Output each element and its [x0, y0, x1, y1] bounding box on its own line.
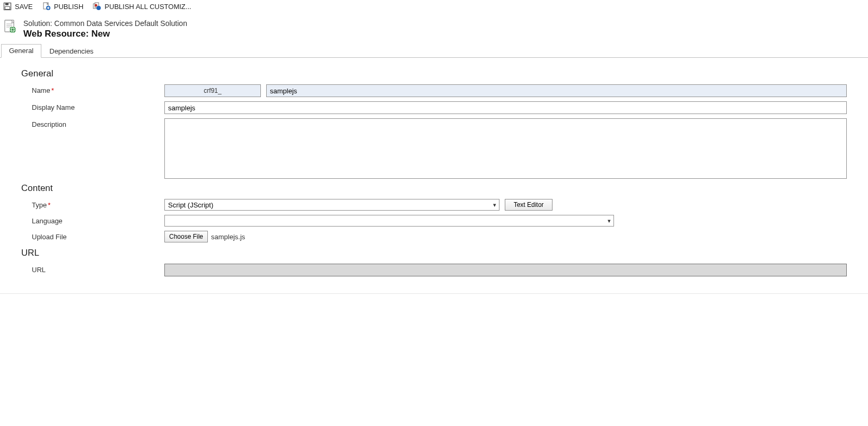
label-upload-file: Upload File [21, 231, 164, 241]
solution-name: Solution: Common Data Services Default S… [23, 19, 187, 28]
label-type: Type* [21, 199, 164, 209]
tab-general[interactable]: General [1, 44, 41, 58]
field-row-upload-file: Upload File Choose File samplejs.js [21, 231, 847, 242]
header-text: Solution: Common Data Services Default S… [23, 19, 187, 39]
section-content-title: Content [21, 183, 847, 194]
svg-rect-1 [5, 3, 8, 5]
name-prefix: crf91_ [164, 84, 261, 97]
publish-button[interactable]: PUBLISH [42, 2, 84, 11]
section-url-title: URL [21, 248, 847, 258]
svg-rect-2 [5, 7, 10, 10]
publish-all-label: PUBLISH ALL CUSTOMIZ... [104, 3, 191, 11]
required-star: * [48, 201, 50, 209]
save-icon [3, 2, 12, 11]
toolbar: SAVE PUBLISH PUBLISH ALL CUSTOMIZ... [0, 0, 868, 14]
tab-strip: General Dependencies [0, 44, 868, 58]
svg-point-7 [97, 6, 101, 10]
description-textarea[interactable] [164, 118, 847, 179]
field-row-url: URL [21, 264, 847, 276]
type-select[interactable]: Script (JScript) [164, 199, 499, 211]
field-row-name: Name* crf91_ [21, 84, 847, 97]
name-input[interactable] [266, 84, 847, 97]
form-area: General Name* crf91_ Display Name Descri… [0, 58, 868, 294]
publish-label: PUBLISH [54, 3, 84, 11]
publish-icon [42, 2, 51, 11]
field-row-display-name: Display Name [21, 101, 847, 114]
choose-file-button[interactable]: Choose File [164, 231, 208, 242]
url-readonly [164, 264, 847, 276]
required-star: * [51, 86, 54, 94]
label-description: Description [21, 118, 164, 128]
publish-all-icon [93, 2, 101, 11]
label-name: Name* [21, 84, 164, 94]
save-label: SAVE [15, 3, 33, 11]
tab-dependencies[interactable]: Dependencies [41, 45, 101, 58]
web-resource-icon [3, 19, 18, 34]
publish-all-button[interactable]: PUBLISH ALL CUSTOMIZ... [93, 2, 191, 11]
page-title: Web Resource: New [23, 29, 187, 39]
upload-filename: samplejs.js [211, 233, 245, 241]
field-row-type: Type* Script (JScript) ▾ Text Editor [21, 199, 847, 211]
field-row-description: Description [21, 118, 847, 179]
language-select[interactable] [164, 215, 614, 227]
page-header: Solution: Common Data Services Default S… [0, 14, 868, 44]
text-editor-button[interactable]: Text Editor [505, 199, 553, 211]
label-url: URL [21, 264, 164, 274]
display-name-input[interactable] [164, 101, 847, 114]
save-button[interactable]: SAVE [3, 2, 33, 11]
section-general-title: General [21, 68, 847, 79]
svg-point-8 [95, 4, 98, 7]
field-row-language: Language ▾ [21, 215, 847, 227]
svg-point-13 [10, 27, 16, 33]
label-display-name: Display Name [21, 101, 164, 111]
label-language: Language [21, 215, 164, 225]
